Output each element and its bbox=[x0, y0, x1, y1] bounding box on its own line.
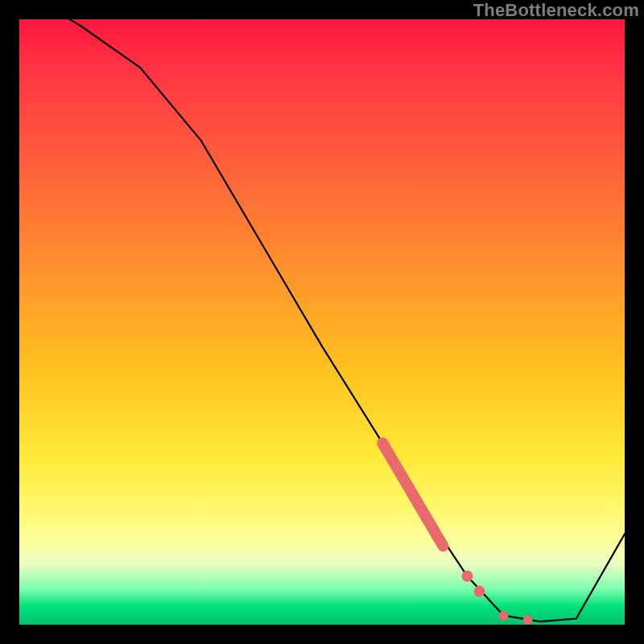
highlight-dot bbox=[499, 611, 509, 621]
watermark-text: TheBottleneck.com bbox=[473, 0, 639, 21]
highlight-markers bbox=[462, 571, 533, 625]
chart-stage: TheBottleneck.com bbox=[0, 0, 644, 644]
highlight-dot bbox=[523, 615, 533, 625]
highlight-dot bbox=[462, 571, 473, 582]
highlight-dot bbox=[474, 586, 485, 597]
highlight-segment bbox=[382, 443, 443, 546]
line-series-curve bbox=[19, 19, 625, 621]
plot-area bbox=[19, 19, 625, 625]
chart-overlay bbox=[19, 19, 625, 625]
